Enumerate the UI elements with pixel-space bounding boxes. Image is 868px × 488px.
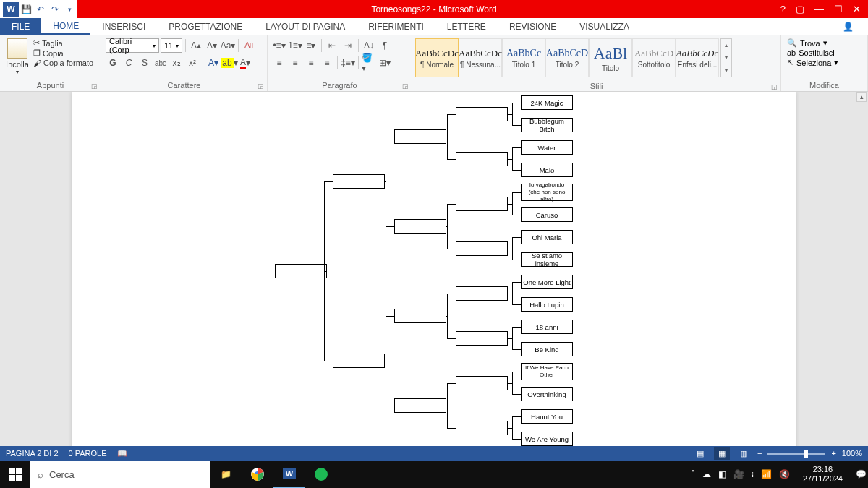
- style-heading2[interactable]: AaBbCcDTitolo 2: [545, 38, 589, 77]
- superscript-button[interactable]: x²: [185, 56, 200, 70]
- tray-chevron-icon[interactable]: ˄: [691, 469, 695, 479]
- align-center-button[interactable]: ≡: [288, 56, 302, 70]
- spotify-icon[interactable]: [305, 461, 337, 488]
- underline-button[interactable]: S: [137, 56, 152, 70]
- shrink-font-button[interactable]: A▾: [205, 38, 219, 53]
- launcher-icon[interactable]: ◲: [771, 83, 778, 90]
- sort-button[interactable]: A↓: [362, 38, 376, 53]
- style-normal[interactable]: AaBbCcDc¶ Normale: [415, 38, 459, 77]
- launcher-icon[interactable]: ◲: [258, 82, 264, 90]
- tab-home[interactable]: HOME: [41, 18, 90, 35]
- meet-icon[interactable]: 🎥: [733, 469, 744, 479]
- save-icon[interactable]: 💾: [19, 2, 33, 17]
- justify-button[interactable]: ≡: [320, 56, 334, 70]
- user-icon[interactable]: 👤: [839, 18, 856, 35]
- highlight-button[interactable]: ab▾: [222, 56, 237, 70]
- numbering-button[interactable]: 1≡▾: [288, 38, 302, 53]
- document-area[interactable]: ▴ 24K MagicBubblegum BitchWaterMaloIo va…: [0, 92, 868, 475]
- align-right-button[interactable]: ≡: [304, 56, 318, 70]
- maximize-icon[interactable]: ☐: [834, 4, 843, 14]
- taskbar-search[interactable]: ⌕Cerca: [30, 461, 210, 488]
- shading-button[interactable]: 🪣▾: [362, 56, 376, 70]
- page-indicator[interactable]: PAGINA 2 DI 2: [6, 449, 59, 458]
- style-nospacing[interactable]: AaBbCcDc¶ Nessuna...: [459, 38, 502, 77]
- grow-font-button[interactable]: A▴: [189, 38, 203, 53]
- word-count[interactable]: 0 PAROLE: [69, 449, 107, 458]
- notifications-icon[interactable]: 💬: [856, 469, 867, 479]
- bracket-node: [456, 331, 508, 346]
- style-heading1[interactable]: AaBbCcTitolo 1: [502, 38, 545, 77]
- explorer-icon[interactable]: 📁: [210, 461, 242, 488]
- style-emphasis[interactable]: AaBbCcDcEnfasi deli...: [676, 38, 719, 77]
- show-marks-button[interactable]: ¶: [378, 38, 392, 53]
- tab-review[interactable]: REVISIONE: [498, 18, 568, 35]
- align-left-button[interactable]: ≡: [272, 56, 286, 70]
- strike-button[interactable]: abc: [153, 56, 168, 70]
- print-layout-button[interactable]: ▦: [714, 447, 730, 460]
- wifi-icon[interactable]: 📶: [761, 469, 772, 479]
- font-name-combo[interactable]: Calibri (Corp▾: [106, 38, 159, 53]
- help-icon[interactable]: ?: [780, 4, 786, 14]
- italic-button[interactable]: C: [122, 56, 136, 70]
- tab-insert[interactable]: INSERISCI: [90, 18, 157, 35]
- chrome-icon[interactable]: [242, 461, 273, 488]
- launcher-icon[interactable]: ◲: [402, 82, 409, 90]
- tray-app-icon[interactable]: ◧: [718, 469, 726, 479]
- close-icon[interactable]: ✕: [853, 4, 861, 14]
- launcher-icon[interactable]: ◲: [91, 82, 98, 90]
- style-title[interactable]: AaBlTitolo: [589, 38, 632, 77]
- styles-more-button[interactable]: ▴▾▾: [720, 38, 732, 77]
- font-color-button[interactable]: A▾: [238, 56, 252, 70]
- minimize-icon[interactable]: —: [814, 4, 824, 14]
- tab-design[interactable]: PROGETTAZIONE: [157, 18, 254, 35]
- copy-button[interactable]: ❐Copia: [33, 48, 93, 58]
- read-mode-button[interactable]: ▤: [692, 447, 708, 460]
- tab-mailings[interactable]: LETTERE: [435, 18, 498, 35]
- tab-view[interactable]: VISUALIZZA: [568, 18, 641, 35]
- undo-icon[interactable]: ↶: [33, 2, 48, 17]
- zoom-out-button[interactable]: −: [757, 449, 762, 458]
- zoom-in-button[interactable]: +: [831, 449, 835, 458]
- format-painter-button[interactable]: 🖌Copia formato: [33, 59, 93, 67]
- clock[interactable]: 23:1627/11/2024: [797, 465, 848, 484]
- onedrive-icon[interactable]: ☁: [702, 469, 711, 479]
- zoom-slider[interactable]: [767, 453, 825, 455]
- redo-icon[interactable]: ↷: [48, 2, 62, 17]
- change-case-button[interactable]: Aa▾: [221, 38, 235, 53]
- zoom-level[interactable]: 100%: [842, 449, 862, 458]
- language-icon[interactable]: ⁞: [752, 471, 754, 479]
- decrease-indent-button[interactable]: ⇤: [325, 38, 339, 53]
- qat-more-icon[interactable]: ▾: [62, 2, 77, 17]
- borders-button[interactable]: ⊞▾: [378, 56, 392, 70]
- tab-references[interactable]: RIFERIMENTI: [357, 18, 435, 35]
- font-size-combo[interactable]: 11▾: [161, 38, 182, 53]
- increase-indent-button[interactable]: ⇥: [341, 38, 355, 53]
- paste-button[interactable]: Incolla ▾: [4, 38, 30, 80]
- line-spacing-button[interactable]: ‡≡▾: [341, 56, 355, 70]
- replace-button[interactable]: abSostituisci: [787, 48, 861, 57]
- select-button[interactable]: ↖Seleziona ▾: [787, 58, 861, 67]
- cut-button[interactable]: ✂Taglia: [33, 38, 93, 48]
- subscript-button[interactable]: x₂: [169, 56, 184, 70]
- volume-icon[interactable]: 🔇: [779, 469, 790, 479]
- style-subtitle[interactable]: AaBbCcDSottotitolo: [632, 38, 676, 77]
- scroll-up-button[interactable]: ▴: [856, 92, 867, 102]
- page: 24K MagicBubblegum BitchWaterMaloIo vaga…: [72, 92, 796, 475]
- paragraph-group-label: Paragrafo: [322, 81, 357, 90]
- find-button[interactable]: 🔍Trova ▾: [787, 38, 861, 48]
- bracket-node: [333, 354, 385, 368]
- bracket-node: [456, 241, 508, 256]
- tab-layout[interactable]: LAYOUT DI PAGINA: [254, 18, 357, 35]
- bracket-leaf: Malo: [521, 163, 573, 177]
- word-taskbar-icon[interactable]: W: [273, 461, 305, 488]
- bold-button[interactable]: G: [106, 56, 120, 70]
- clear-format-button[interactable]: A⃠: [242, 38, 256, 53]
- bullets-button[interactable]: •≡▾: [272, 38, 286, 53]
- multilevel-button[interactable]: ≡▾: [304, 38, 318, 53]
- start-button[interactable]: [0, 461, 30, 488]
- proofing-icon[interactable]: 📖: [117, 449, 127, 458]
- web-layout-button[interactable]: ▥: [736, 447, 752, 460]
- ribbon-options-icon[interactable]: ▢: [796, 4, 804, 14]
- text-effects-button[interactable]: A▾: [206, 56, 221, 70]
- tab-file[interactable]: FILE: [0, 18, 41, 35]
